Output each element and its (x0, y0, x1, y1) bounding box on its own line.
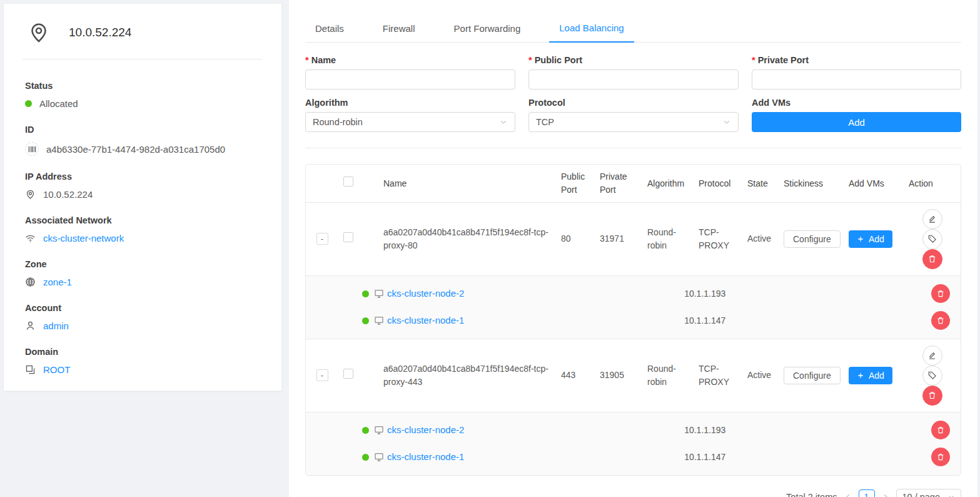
delete-rule-button[interactable] (922, 386, 942, 406)
add-rule-button[interactable]: Add (752, 112, 961, 132)
previous-page-icon[interactable] (844, 493, 852, 497)
plus-icon (857, 235, 864, 243)
trash-icon (936, 289, 945, 298)
row-checkbox[interactable] (343, 232, 353, 242)
delete-rule-button[interactable] (922, 249, 942, 269)
rule-private-port: 31971 (595, 202, 642, 275)
status-value: Allocated (39, 98, 78, 109)
collapse-row-button[interactable]: - (316, 369, 328, 381)
domain-blocks-icon (25, 364, 36, 375)
assigned-vm-row: cks-cluster-node-2 10.1.1.193 (306, 417, 961, 444)
page-size-value: 10 / page (902, 492, 940, 497)
pagination: Total 2 items 1 10 / page (305, 489, 961, 497)
algorithm-select[interactable]: Round-robin (305, 112, 515, 132)
algorithm-field-label: Algorithm (305, 98, 348, 108)
remove-vm-button[interactable] (931, 421, 950, 439)
add-vms-field-label: Add VMs (752, 98, 791, 108)
status-label: Status (25, 81, 263, 91)
rule-algorithm: Round-robin (642, 202, 694, 275)
zone-section: Zone zone-1 (25, 259, 263, 287)
zone-link[interactable]: zone-1 (43, 277, 72, 287)
page-title: 10.0.52.224 (69, 26, 131, 39)
vm-link[interactable]: cks-cluster-node-1 (387, 314, 464, 328)
rule-protocol: TCP-PROXY (694, 339, 742, 412)
vm-ip: 10.1.1.147 (684, 314, 725, 327)
chevron-down-icon (722, 118, 731, 126)
column-header-private-port: Private Port (595, 165, 642, 202)
card-header: 10.0.52.224 (4, 4, 281, 59)
tag-rule-button[interactable] (922, 366, 942, 386)
configure-stickiness-button[interactable]: Configure (784, 230, 841, 248)
id-value: a4b6330e-77b1-4474-982d-a031ca1705d0 (46, 144, 225, 155)
edit-rule-button[interactable] (922, 209, 942, 229)
vm-status-dot (362, 290, 369, 297)
associated-network-label: Associated Network (25, 215, 263, 225)
vm-link[interactable]: cks-cluster-node-2 (387, 287, 464, 301)
column-header-action: Action (904, 165, 961, 202)
tab-load-balancing[interactable]: Load Balancing (549, 18, 634, 43)
tab-bar: Details Firewall Port Forwarding Load Ba… (305, 18, 961, 43)
assigned-vm-row: cks-cluster-node-1 10.1.1.147 (306, 307, 961, 334)
rule-protocol: TCP-PROXY (694, 202, 742, 275)
id-section: ID a4b6330e-77b1-4474-982d-a031ca1705d0 (25, 125, 263, 156)
assigned-vms-section: cks-cluster-node-2 10.1.1.193 cks-cluste… (306, 412, 961, 475)
vm-monitor-icon (374, 452, 384, 462)
next-page-icon[interactable] (881, 493, 890, 497)
account-link[interactable]: admin (43, 320, 69, 331)
page-number-button[interactable]: 1 (859, 489, 875, 497)
assigned-vms-section: cks-cluster-node-2 10.1.1.193 cks-cluste… (306, 275, 961, 339)
add-vms-button[interactable]: Add (849, 367, 892, 384)
associated-network-section: Associated Network cks-cluster-network (25, 215, 263, 243)
private-port-field-label: Private Port (758, 55, 809, 65)
algorithm-selected-value: Round-robin (313, 117, 363, 127)
vm-monitor-icon (374, 425, 384, 435)
name-input[interactable] (305, 69, 515, 90)
rule-name: a6a0207a0d40b41ca8b471f5f194ec8f-tcp-pro… (366, 202, 556, 275)
column-header-protocol: Protocol (694, 165, 742, 202)
detail-panel: Details Firewall Port Forwarding Load Ba… (289, 0, 977, 497)
trash-icon (936, 453, 945, 461)
vm-link[interactable]: cks-cluster-node-1 (387, 450, 464, 464)
private-port-input[interactable] (752, 69, 961, 90)
page-size-select[interactable]: 10 / page (896, 489, 961, 497)
add-vms-button[interactable]: Add (849, 230, 892, 248)
row-checkbox[interactable] (343, 369, 353, 379)
rule-private-port: 31905 (595, 339, 642, 412)
trash-icon (936, 316, 945, 325)
vm-ip: 10.1.1.147 (684, 451, 725, 464)
tab-details[interactable]: Details (305, 18, 354, 43)
id-label: ID (25, 125, 263, 135)
vm-status-dot (362, 454, 369, 461)
table-header-row: Name Public Port Private Port Algorithm … (306, 165, 961, 202)
domain-link[interactable]: ROOT (43, 364, 70, 375)
rule-state: Active (742, 339, 779, 412)
edit-rule-button[interactable] (922, 346, 942, 366)
select-all-checkbox[interactable] (343, 177, 353, 187)
lb-rule-row: - a6a0207a0d40b41ca8b471f5f194ec8f-tcp-p… (306, 339, 961, 412)
vm-ip: 10.1.1.193 (684, 424, 725, 437)
location-pin-icon (28, 21, 50, 44)
rule-public-port: 443 (556, 339, 595, 412)
vm-link[interactable]: cks-cluster-node-2 (387, 423, 464, 438)
chevron-down-icon (499, 118, 508, 126)
resource-detail-card: 10.0.52.224 Status Allocated ID a4b6330e… (3, 3, 282, 391)
remove-vm-button[interactable] (931, 311, 950, 330)
ip-address-value: 10.0.52.224 (43, 189, 93, 200)
protocol-selected-value: TCP (536, 117, 554, 127)
location-pin-icon (25, 189, 36, 200)
associated-network-link[interactable]: cks-cluster-network (43, 233, 124, 243)
protocol-select[interactable]: TCP (528, 112, 739, 132)
rule-state: Active (742, 202, 779, 275)
tab-port-forwarding[interactable]: Port Forwarding (444, 18, 531, 43)
collapse-row-button[interactable]: - (316, 233, 328, 245)
divider (305, 148, 961, 148)
public-port-input[interactable] (528, 69, 739, 90)
remove-vm-button[interactable] (931, 284, 950, 303)
required-mark: * (752, 55, 755, 65)
tab-firewall[interactable]: Firewall (373, 18, 425, 43)
configure-stickiness-button[interactable]: Configure (784, 367, 841, 384)
remove-vm-button[interactable] (931, 448, 950, 466)
public-port-field-label: Public Port (535, 55, 583, 65)
tag-rule-button[interactable] (922, 229, 942, 249)
column-header-algorithm: Algorithm (642, 165, 694, 202)
